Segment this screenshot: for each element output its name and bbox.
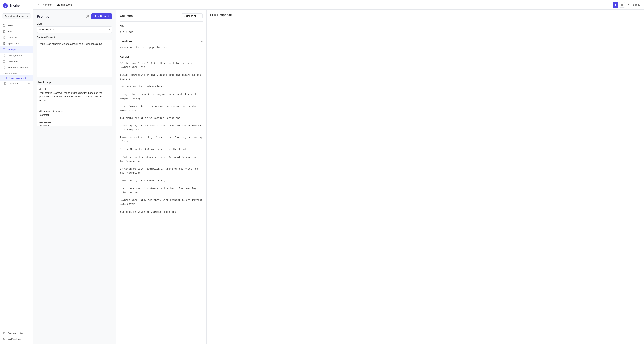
single-view-button[interactable] xyxy=(613,2,618,7)
prompt-actions: Run Prompt xyxy=(86,13,112,19)
column-questions: questions − When does the ramp-up period… xyxy=(120,37,202,53)
subsection-label: clo-questions xyxy=(0,71,33,75)
history-button[interactable] xyxy=(86,14,89,18)
workspace-label: Default Workspace xyxy=(4,15,25,17)
user-prompt-textarea[interactable]: # Task Your task is to answer the follow… xyxy=(37,85,112,126)
prev-page-button[interactable] xyxy=(607,2,612,7)
sidebar-item-annotate[interactable]: Annotate xyxy=(0,81,33,86)
svg-rect-5 xyxy=(3,44,4,45)
applications-icon xyxy=(3,42,6,45)
split-view-button[interactable] xyxy=(619,2,625,7)
llm-section: LLM openai/gpt-4o openai/gpt-4 openai/gp… xyxy=(37,22,112,33)
column-clo-name: clo xyxy=(120,24,124,27)
sidebar-item-notebook[interactable]: Notebook xyxy=(0,58,33,65)
run-prompt-button[interactable]: Run Prompt xyxy=(91,13,112,19)
breadcrumb-current: clo-questions xyxy=(57,3,72,6)
user-prompt-section: User Prompt # Task Your task is to answe… xyxy=(37,81,112,127)
single-view-icon xyxy=(614,3,617,6)
column-context-value: "Collection Period": (i) With respect to… xyxy=(120,61,202,215)
response-panel: LLM Response xyxy=(206,9,644,344)
topbar: Prompts / clo-questions 1 of xyxy=(33,0,644,9)
page-current: 1 xyxy=(633,3,634,6)
column-context-toggle[interactable]: − xyxy=(200,55,202,59)
sidebar-item-files-label: Files xyxy=(8,30,12,33)
columns-title: Columns xyxy=(120,14,133,18)
sidebar-item-prompts[interactable]: Prompts xyxy=(0,46,33,52)
collapse-all-button[interactable]: Collapse all xyxy=(181,13,202,18)
sidebar-item-notifications-label: Notifications xyxy=(8,338,21,341)
prompts-icon xyxy=(3,48,6,51)
llm-select[interactable]: openai/gpt-4o openai/gpt-4 openai/gpt-3.… xyxy=(37,26,112,33)
sidebar-item-annotation-batches[interactable]: Annotation batches xyxy=(0,65,33,71)
columns-header: Columns Collapse all xyxy=(120,13,202,18)
content-area: Prompt Run Prompt LLM openai/gpt-4o open… xyxy=(33,9,644,344)
deployments-icon xyxy=(3,54,6,57)
notebook-icon xyxy=(3,60,6,63)
sidebar-item-applications[interactable]: Applications xyxy=(0,40,33,46)
back-button[interactable] xyxy=(37,3,40,6)
sidebar-item-develop-prompt[interactable]: Develop prompt xyxy=(0,75,33,81)
column-context: context − "Collection Period": (i) With … xyxy=(120,53,202,217)
app-logo: S Snorkel xyxy=(0,0,33,11)
collapse-all-label: Collapse all xyxy=(184,14,196,17)
llm-label: LLM xyxy=(37,22,112,25)
system-prompt-textarea[interactable]: You are an expert in Collateralized Loan… xyxy=(37,40,112,77)
sidebar-item-deployments[interactable]: Deployments xyxy=(0,52,33,58)
sidebar-item-documentation[interactable]: Documentation xyxy=(0,330,33,336)
develop-icon xyxy=(4,76,7,79)
chevron-down-icon xyxy=(26,15,29,17)
column-questions-toggle[interactable]: − xyxy=(200,39,202,43)
sidebar-item-docs-label: Documentation xyxy=(8,332,24,335)
docs-icon xyxy=(3,332,6,335)
sidebar-item-datasets-label: Datasets xyxy=(8,36,17,39)
sidebar-item-deployments-label: Deployments xyxy=(8,54,22,57)
prompt-header: Prompt Run Prompt xyxy=(37,13,112,19)
column-clo-header: clo − xyxy=(120,24,202,28)
column-clo: clo − clo_4.pdf xyxy=(120,21,202,37)
snorkel-logo-icon: S xyxy=(3,3,8,8)
sidebar-item-notifications[interactable]: Notifications xyxy=(0,336,33,342)
sidebar: S Snorkel Default Workspace Home Files D… xyxy=(0,0,33,344)
main-content: Prompts / clo-questions 1 of xyxy=(33,0,644,344)
sidebar-item-annotation-label: Annotation batches xyxy=(8,66,28,69)
sidebar-item-develop-label: Develop prompt xyxy=(9,77,26,79)
sidebar-item-home[interactable]: Home xyxy=(0,22,33,28)
nav-section: Home Files Datasets Applications Prompts… xyxy=(0,21,33,328)
breadcrumb-prompts[interactable]: Prompts xyxy=(42,3,52,6)
files-icon xyxy=(3,30,6,33)
column-clo-toggle[interactable]: − xyxy=(200,24,202,28)
svg-rect-14 xyxy=(622,4,623,6)
svg-rect-8 xyxy=(3,60,5,63)
external-link-icon xyxy=(28,82,30,85)
columns-panel: Columns Collapse all clo − clo_4.pdf que… xyxy=(116,9,206,344)
sidebar-item-applications-label: Applications xyxy=(8,42,21,45)
user-prompt-label: User Prompt xyxy=(37,81,112,84)
workspace-dropdown[interactable]: Default Workspace xyxy=(2,13,31,19)
next-page-button[interactable] xyxy=(626,2,631,7)
system-prompt-label: System Prompt xyxy=(37,36,112,39)
column-questions-value: When does the ramp-up period end? xyxy=(120,45,202,50)
annotation-icon xyxy=(3,66,6,69)
next-icon xyxy=(627,3,630,6)
sidebar-item-annotate-label: Annotate xyxy=(9,82,18,85)
sidebar-item-prompts-label: Prompts xyxy=(8,48,16,51)
svg-rect-13 xyxy=(621,4,622,6)
sidebar-item-datasets[interactable]: Datasets xyxy=(0,34,33,40)
minus-icon xyxy=(198,15,200,17)
page-total: 40 xyxy=(638,3,640,6)
svg-rect-4 xyxy=(4,42,5,43)
page-of-label: of xyxy=(635,3,638,6)
prompt-panel: Prompt Run Prompt LLM openai/gpt-4o open… xyxy=(33,9,116,344)
sidebar-item-files[interactable]: Files xyxy=(0,28,33,34)
sidebar-item-home-label: Home xyxy=(8,24,14,27)
annotate-icon xyxy=(4,82,7,85)
column-questions-name: questions xyxy=(120,40,132,43)
app-name: Snorkel xyxy=(10,4,20,7)
back-icon xyxy=(37,3,40,6)
history-icon xyxy=(86,15,89,18)
column-clo-value: clo_4.pdf xyxy=(120,29,202,35)
column-questions-header: questions − xyxy=(120,39,202,43)
svg-rect-6 xyxy=(4,44,5,45)
page-info: 1 of 40 xyxy=(633,3,640,6)
sidebar-bottom: Documentation Notifications xyxy=(0,328,33,344)
